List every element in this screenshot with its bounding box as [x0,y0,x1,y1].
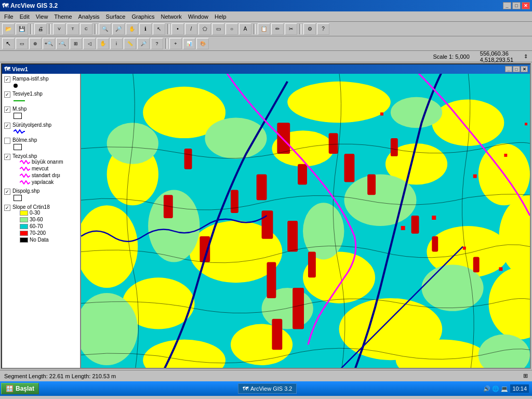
legend-check-m[interactable] [4,107,10,113]
view-maximize-button[interactable]: □ [513,66,520,72]
tezyol-sub-buyuk: büyük onarım [20,159,63,165]
legend-check-bolme[interactable] [4,138,10,144]
pointer-tool[interactable]: ↖ [2,38,15,49]
view-minimize-button[interactable]: _ [505,66,512,72]
theme-props-button[interactable]: 📊 [183,38,195,49]
save-button[interactable]: 💾 [16,23,28,35]
legend-label-tesviye: Tesviye1.shp [12,91,43,97]
draw-poly-button[interactable]: ⬠ [198,23,211,35]
new-view-button[interactable]: V [53,23,65,35]
new-table-button[interactable]: T [66,23,79,35]
svg-rect-57 [499,267,502,271]
zoom-in-tool[interactable]: +🔍 [43,38,55,49]
properties-button[interactable]: ⚙ [303,23,316,35]
taskbar-app-label: ArcView GIS 3.2 [250,385,292,392]
draw-rect-button[interactable]: ▭ [212,23,224,35]
menu-window[interactable]: Window [185,12,211,21]
menu-analysis[interactable]: Analysis [75,12,103,21]
menu-help[interactable]: Help [211,12,230,21]
edit-button[interactable]: ✏ [271,23,284,35]
tezyol-sub-yapilacak: yapılacak [20,179,63,185]
menu-view[interactable]: View [33,12,51,21]
svg-point-14 [231,324,292,365]
taskbar: 🪟 Başlat 🗺 ArcView GIS 3.2 🔊 🌐 💻 10:14 [0,381,532,396]
start-label: Başlat [16,385,34,392]
menu-surface[interactable]: Surface [103,12,129,21]
legend-check-tesviye[interactable] [4,91,10,98]
menu-file[interactable]: File [1,12,17,21]
zoom-extent-tool[interactable]: ⊕ [29,38,42,49]
draw-circle-button[interactable]: ○ [225,23,238,35]
slope-sub-0-30: 0-30 [20,210,50,216]
legend-check-tezyol[interactable] [4,154,10,160]
svg-rect-51 [463,247,466,250]
menu-network[interactable]: Network [158,12,185,21]
svg-rect-38 [272,319,282,350]
legend-check-rampa[interactable] [4,76,10,83]
legend-label-rampa: Rampa-istif.shp [12,76,48,82]
legend-check-surutyol[interactable] [4,123,10,129]
minimize-button[interactable]: _ [503,2,511,9]
svg-rect-34 [231,190,238,213]
menu-theme[interactable]: Theme [51,12,75,21]
view-close-button[interactable]: ✕ [521,66,528,72]
sep1 [30,24,32,34]
help-button[interactable]: ? [317,23,329,35]
start-button[interactable]: 🪟 Başlat [1,383,39,394]
legend-check-slope[interactable] [4,205,10,211]
find-tool[interactable]: 🔎 [137,38,150,49]
query-tool[interactable]: ? [151,38,163,49]
tezyol-buyuk-label: büyük onarım [32,159,63,165]
zoom-out-button[interactable]: 🔎 [112,23,125,35]
svg-rect-32 [298,164,307,185]
svg-rect-39 [308,252,316,278]
zoom-in-button[interactable]: 🔍 [99,23,111,35]
sep5 [254,24,256,34]
menu-graphics[interactable]: Graphics [129,12,158,21]
zoom-prev-tool[interactable]: ◁ [83,38,96,49]
legend-item-slope: Slope of Crtin18 0-30 30-60 60-70 [3,204,79,244]
add-theme-button[interactable]: + [169,38,182,49]
app-title-bar: 🗺 ArcView GIS 3.2 _ □ ✕ [0,0,532,11]
svg-point-29 [303,203,344,259]
svg-rect-50 [432,216,436,220]
tezyol-standart-symbol [20,174,30,178]
delete-button[interactable]: ✂ [285,23,297,35]
legend-label-dispolg: Dispolg.shp [12,188,39,194]
svg-point-20 [205,117,267,158]
toolbar1: 📂 💾 🖨 V T C 🔍 🔎 ✋ ℹ ↖ • / ⬠ ▭ ○ A 📋 ✏ ✂ … [0,22,532,36]
pan-tool[interactable]: ✋ [97,38,109,49]
draw-line-button[interactable]: / [185,23,197,35]
sep6 [299,24,301,34]
draw-point-button[interactable]: • [171,23,184,35]
maximize-button[interactable]: □ [512,2,521,9]
taskbar-arcview[interactable]: 🗺 ArcView GIS 3.2 [238,383,297,394]
select-button[interactable]: ↖ [153,23,165,35]
menu-edit[interactable]: Edit [17,12,33,21]
legend-check-dispolg[interactable] [4,189,10,195]
identify-tool[interactable]: i [110,38,123,49]
slope-sub-30-60: 30-60 [20,217,50,222]
close-button[interactable]: ✕ [522,2,530,9]
new-chart-button[interactable]: C [80,23,92,35]
svg-rect-55 [504,154,507,157]
select-tool[interactable]: ▭ [16,38,28,49]
legend-item-dispolg: Dispolg.shp [3,188,79,202]
open-button[interactable]: 📂 [2,23,15,35]
svg-rect-33 [262,210,273,239]
map-area[interactable] [81,74,530,368]
measure-tool[interactable]: 📏 [124,38,136,49]
view-window-controls: _ □ ✕ [505,66,528,72]
edit-legend-button[interactable]: 🎨 [196,38,209,49]
menu-bar: File Edit View Theme Analysis Surface Gr… [0,11,532,22]
layout-button[interactable]: 📋 [258,23,270,35]
svg-rect-47 [473,257,480,273]
svg-rect-52 [473,175,477,178]
zoom-all-tool[interactable]: ⊞ [70,38,82,49]
draw-text-button[interactable]: A [239,23,251,35]
slope-sub-70-200: 70-200 [20,230,50,236]
zoom-out-tool[interactable]: -🔍 [56,38,69,49]
pan-button[interactable]: ✋ [126,23,138,35]
print-button[interactable]: 🖨 [34,23,47,35]
identify-button[interactable]: ℹ [139,23,152,35]
